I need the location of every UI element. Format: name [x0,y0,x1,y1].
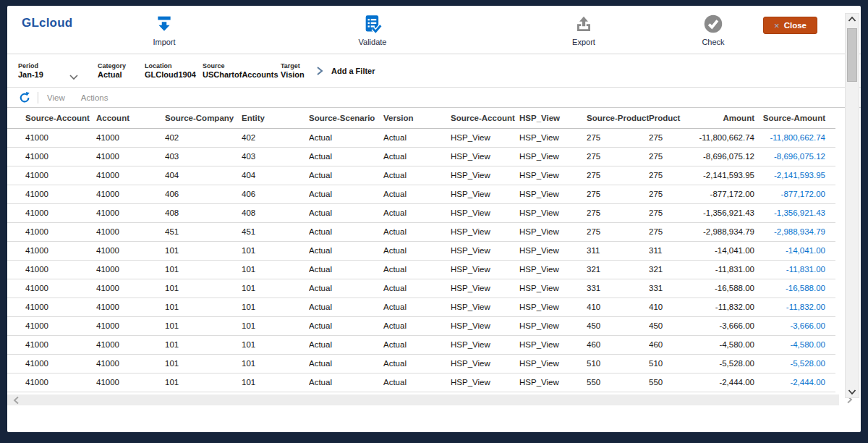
table-cell: -5,528.00 [756,354,835,373]
table-row[interactable]: 4100041000101101ActualActualHSP_ViewHSP_… [7,298,835,316]
table-cell: HSP_View [451,316,519,335]
vertical-scrollbar[interactable] [845,13,859,398]
source-label: Source [203,62,281,70]
horizontal-scrollbar[interactable] [7,395,839,405]
table-row[interactable]: 4100041000101101ActualActualHSP_ViewHSP_… [7,373,835,392]
close-icon: × [774,20,780,31]
table-cell: Actual [309,147,383,166]
table-cell: Actual [309,316,383,335]
table-cell: HSP_View [451,203,519,222]
table-cell: Actual [383,260,451,279]
table-cell: 331 [587,279,649,298]
table-cell: 275 [649,222,689,241]
pov-expand[interactable] [307,66,331,76]
table-row[interactable]: 4100041000101101ActualActualHSP_ViewHSP_… [7,260,835,279]
table-cell: -877,172.00 [689,185,756,203]
table-row[interactable]: 4100041000403403ActualActualHSP_ViewHSP_… [7,147,835,166]
table-row[interactable]: 4100041000101101ActualActualHSP_ViewHSP_… [7,316,835,335]
validate-button[interactable]: Validate [340,13,405,46]
scroll-left-icon[interactable] [13,396,20,405]
category-display: Category Actual [98,62,145,80]
table-row[interactable]: 4100041000101101ActualActualHSP_ViewHSP_… [7,354,835,373]
column-header: Source-Scenario [309,108,383,128]
scrollbar-thumb[interactable] [847,28,857,82]
table-row[interactable]: 4100041000402402ActualActualHSP_ViewHSP_… [7,128,835,147]
table-cell: 410 [649,298,689,316]
period-dropdown[interactable] [69,62,98,80]
table-cell: -11,832.00 [756,298,835,316]
table-cell: 41000 [96,128,165,147]
table-cell: Actual [383,335,451,354]
table-cell: 275 [649,147,689,166]
table-row[interactable]: 4100041000101101ActualActualHSP_ViewHSP_… [7,241,835,260]
table-cell: HSP_View [451,373,519,392]
table-cell: 101 [242,354,309,373]
table-cell: Actual [309,373,383,392]
table-cell: 41000 [96,354,165,373]
glcloud-window: GLcloud Import [7,6,861,432]
header-bar: GLcloud Import [7,6,861,54]
table-cell: 101 [165,298,242,316]
table-cell: HSP_View [519,260,587,279]
table-cell: 275 [587,203,649,222]
table-cell: 41000 [96,241,165,260]
table-cell: 331 [649,279,689,298]
actions-menu[interactable]: Actions [81,93,109,102]
check-button[interactable]: Check [681,13,746,46]
table-cell: -877,172.00 [756,185,835,203]
check-icon [681,13,746,35]
table-row[interactable]: 4100041000101101ActualActualHSP_ViewHSP_… [7,279,835,298]
table-cell: -4,580.00 [756,335,835,354]
target-display: Target Vision [281,62,307,80]
scroll-up-icon[interactable] [848,16,856,22]
data-grid: Source-AccountAccountSource-CompanyEntit… [7,108,835,392]
export-button[interactable]: Export [551,13,616,46]
table-cell: 275 [587,128,649,147]
table-cell: 321 [587,260,649,279]
validate-icon [340,13,405,35]
table-cell: 101 [165,241,242,260]
table-cell: 404 [242,166,309,185]
table-cell: 275 [649,203,689,222]
table-cell: 101 [165,335,242,354]
table-cell: 275 [649,128,689,147]
column-header: Amount [689,108,756,128]
table-cell: -11,831.00 [756,260,835,279]
table-cell: Actual [383,316,451,335]
table-cell: 275 [587,166,649,185]
add-filter-button[interactable]: Add a Filter [331,67,375,75]
table-cell: Actual [383,354,451,373]
table-cell: 402 [242,128,309,147]
table-body: 4100041000402402ActualActualHSP_ViewHSP_… [7,128,835,392]
table-cell: Actual [383,185,451,203]
table-cell: 41000 [96,260,165,279]
pov-filter-bar: Period Jan-19 Category Actual Location G… [7,54,861,88]
table-row[interactable]: 4100041000101101ActualActualHSP_ViewHSP_… [7,335,835,354]
table-row[interactable]: 4100041000404404ActualActualHSP_ViewHSP_… [7,166,835,185]
close-label: Close [784,21,807,30]
import-icon [132,13,197,35]
import-button[interactable]: Import [132,13,197,46]
table-cell: 41000 [7,354,96,373]
scroll-down-icon[interactable] [848,389,856,395]
table-cell: 41000 [7,260,96,279]
chevron-down-icon [69,74,79,80]
table-cell: HSP_View [451,260,519,279]
refresh-button[interactable] [18,91,30,104]
view-menu[interactable]: View [47,93,65,102]
table-cell: Actual [383,166,451,185]
table-cell: Actual [383,128,451,147]
table-cell: 460 [649,335,689,354]
table-cell: HSP_View [519,147,587,166]
table-cell: -8,696,075.12 [689,147,756,166]
table-row[interactable]: 4100041000408408ActualActualHSP_ViewHSP_… [7,203,835,222]
close-button[interactable]: × Close [763,17,817,34]
table-cell: -16,588.00 [689,279,756,298]
table-cell: 101 [242,373,309,392]
table-cell: 41000 [96,279,165,298]
table-cell: -2,444.00 [689,373,756,392]
table-row[interactable]: 4100041000406406ActualActualHSP_ViewHSP_… [7,185,835,203]
period-selector[interactable]: Period Jan-19 [18,62,69,80]
table-cell: 275 [649,185,689,203]
table-row[interactable]: 4100041000451451ActualActualHSP_ViewHSP_… [7,222,835,241]
